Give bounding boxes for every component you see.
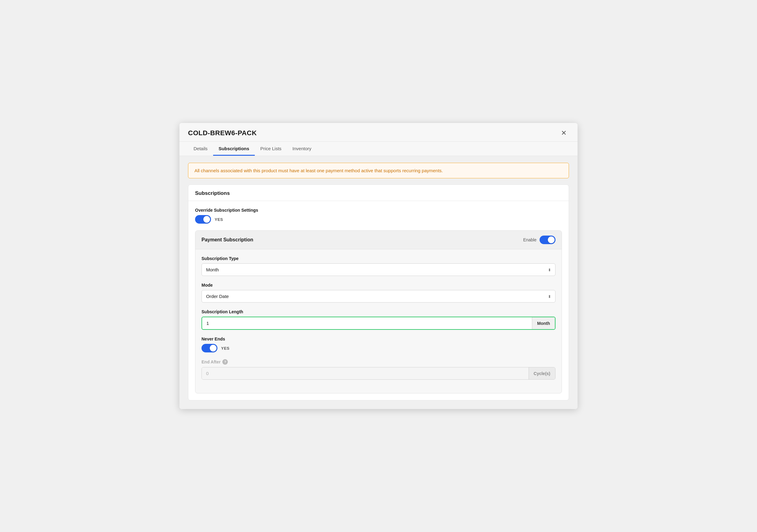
alert-message: All channels associated with this produc… xyxy=(195,168,443,173)
tabs-bar: Details Subscriptions Price Lists Invent… xyxy=(179,142,578,156)
tab-details[interactable]: Details xyxy=(188,142,213,156)
payment-sub-header: Payment Subscription Enable xyxy=(196,231,561,249)
subscription-length-label: Subscription Length xyxy=(201,309,556,314)
never-ends-group: Never Ends YES xyxy=(201,337,556,352)
modal-header: COLD-BREW6-PACK ✕ xyxy=(179,123,578,142)
never-ends-toggle[interactable] xyxy=(201,344,217,352)
never-ends-label: Never Ends xyxy=(201,337,556,341)
close-button[interactable]: ✕ xyxy=(559,128,569,138)
end-after-label: End After xyxy=(201,359,221,364)
subscription-type-group: Subscription Type Month Week Day Year ⬍ xyxy=(201,256,556,276)
override-field-group: Override Subscription Settings YES xyxy=(195,208,562,224)
subscription-type-select-wrapper: Month Week Day Year ⬍ xyxy=(201,264,556,276)
subscription-length-group: Subscription Length Month xyxy=(201,309,556,330)
subscriptions-section: Subscriptions Override Subscription Sett… xyxy=(188,184,569,401)
payment-sub-body: Subscription Type Month Week Day Year ⬍ xyxy=(196,249,561,393)
enable-toggle[interactable] xyxy=(540,236,556,244)
payment-subscription-card: Payment Subscription Enable Subsc xyxy=(195,230,562,393)
section-title: Subscriptions xyxy=(195,190,230,196)
mode-select[interactable]: Order Date First Order Date Fixed Day xyxy=(201,290,556,302)
section-header: Subscriptions xyxy=(188,185,569,201)
end-after-input-wrapper: Cycle(s) xyxy=(201,367,556,380)
mode-field-group: Mode Order Date First Order Date Fixed D… xyxy=(201,283,556,302)
section-body: Override Subscription Settings YES Payme… xyxy=(188,201,569,400)
subscription-type-label: Subscription Type xyxy=(201,256,556,261)
modal-body: All channels associated with this produc… xyxy=(179,156,578,409)
tab-inventory[interactable]: Inventory xyxy=(287,142,317,156)
subscription-length-suffix: Month xyxy=(532,317,555,329)
payment-sub-title: Payment Subscription xyxy=(201,237,253,242)
never-ends-toggle-row: YES xyxy=(201,344,556,352)
override-toggle-row: YES xyxy=(195,215,562,224)
end-after-suffix: Cycle(s) xyxy=(529,367,555,379)
end-after-group: End After ? Cycle(s) xyxy=(201,359,556,380)
alert-banner: All channels associated with this produc… xyxy=(188,163,569,178)
mode-select-wrapper: Order Date First Order Date Fixed Day ⬍ xyxy=(201,290,556,302)
enable-row: Enable xyxy=(523,236,556,244)
subscription-length-input[interactable] xyxy=(202,317,532,329)
override-label: Override Subscription Settings xyxy=(195,208,562,212)
never-ends-toggle-label: YES xyxy=(221,346,230,350)
end-after-label-row: End After ? xyxy=(201,359,556,365)
tab-subscriptions[interactable]: Subscriptions xyxy=(213,142,255,156)
modal-title: COLD-BREW6-PACK xyxy=(188,129,257,137)
tab-price-lists[interactable]: Price Lists xyxy=(255,142,287,156)
subscription-length-input-wrapper: Month xyxy=(201,317,556,330)
product-modal: COLD-BREW6-PACK ✕ Details Subscriptions … xyxy=(179,123,578,409)
end-after-help-icon[interactable]: ? xyxy=(222,359,228,365)
override-toggle[interactable] xyxy=(195,215,211,224)
enable-label: Enable xyxy=(523,238,536,242)
mode-label: Mode xyxy=(201,283,556,288)
subscription-type-select[interactable]: Month Week Day Year xyxy=(201,264,556,276)
override-toggle-label: YES xyxy=(215,217,223,222)
end-after-input xyxy=(202,367,529,379)
